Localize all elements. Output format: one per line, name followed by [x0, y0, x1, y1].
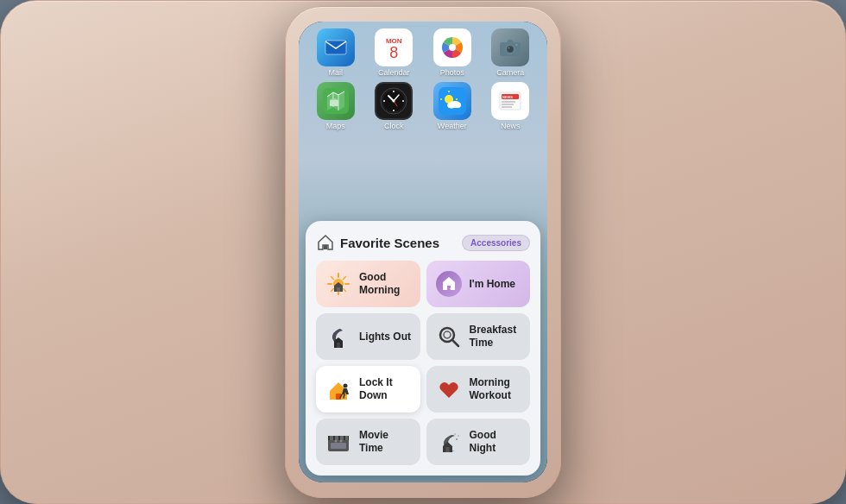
- home-header-icon: [316, 233, 335, 252]
- news-label: News: [501, 122, 521, 130]
- good-morning-label: Good Morning: [359, 271, 412, 297]
- svg-point-47: [447, 280, 451, 283]
- scene-tile-movie-time[interactable]: Movie Time: [316, 419, 420, 465]
- svg-rect-57: [330, 436, 333, 440]
- accessories-badge[interactable]: Accessories: [462, 235, 530, 251]
- weather-icon: [433, 82, 471, 120]
- scenes-card: Favorite Scenes Accessories: [306, 221, 540, 476]
- svg-rect-58: [335, 436, 338, 440]
- breakfast-icon: [435, 323, 463, 350]
- svg-line-45: [331, 289, 334, 292]
- camera-label: Camera: [496, 68, 524, 77]
- movie-time-label: Movie Time: [359, 429, 412, 455]
- svg-line-42: [331, 277, 334, 280]
- svg-rect-9: [330, 100, 338, 106]
- scenes-title: Favorite Scenes: [340, 236, 439, 250]
- svg-point-6: [508, 47, 510, 49]
- lights-out-icon: [325, 323, 352, 350]
- good-morning-icon: [325, 270, 352, 298]
- mail-label: Mail: [328, 68, 343, 77]
- camera-icon: [491, 28, 529, 66]
- clock-label: Clock: [384, 122, 404, 130]
- app-icon-news[interactable]: NEWS News: [484, 82, 538, 130]
- svg-point-19: [393, 100, 395, 103]
- mail-icon: [317, 28, 355, 66]
- phone-container: Mail MON 8 Calendar: [285, 6, 561, 498]
- svg-point-63: [340, 440, 343, 443]
- app-icon-photos[interactable]: Photos: [426, 28, 479, 77]
- svg-point-67: [454, 433, 455, 434]
- lock-it-down-icon: [325, 375, 352, 403]
- scenes-header: Favorite Scenes Accessories: [316, 233, 530, 252]
- movie-time-icon: [325, 428, 352, 456]
- calendar-label: Calendar: [378, 68, 410, 77]
- svg-point-2: [449, 44, 456, 51]
- svg-rect-7: [515, 44, 518, 46]
- app-icon-mail[interactable]: Mail: [309, 28, 363, 77]
- app-icon-clock[interactable]: Clock: [368, 82, 421, 130]
- im-home-icon: [435, 270, 463, 298]
- svg-rect-61: [331, 443, 346, 449]
- scene-tile-good-morning[interactable]: Good Morning: [316, 261, 420, 307]
- im-home-circle-bg: [436, 271, 462, 297]
- lock-it-down-label: Lock It Down: [359, 376, 412, 402]
- good-night-label: Good Night: [470, 429, 522, 455]
- svg-rect-59: [340, 436, 344, 440]
- scenes-grid: Good Morning: [316, 261, 530, 465]
- scene-tile-lights-out[interactable]: Lights Out: [316, 313, 420, 360]
- photos-label: Photos: [440, 68, 464, 77]
- svg-rect-36: [324, 245, 327, 249]
- app-icon-calendar[interactable]: MON 8 Calendar: [368, 28, 421, 77]
- app-icon-maps[interactable]: Maps: [309, 82, 363, 130]
- maps-icon: [317, 82, 355, 120]
- photos-icon: [433, 28, 471, 66]
- morning-workout-label: Morning Workout: [470, 376, 522, 402]
- svg-point-62: [335, 440, 338, 443]
- svg-line-43: [344, 289, 346, 292]
- app-icons-grid: Mail MON 8 Calendar: [306, 28, 540, 130]
- svg-point-65: [456, 438, 458, 440]
- svg-point-28: [454, 103, 461, 108]
- svg-rect-60: [345, 436, 348, 440]
- morning-workout-icon: [435, 375, 463, 403]
- svg-point-54: [344, 384, 348, 388]
- maps-label: Maps: [326, 122, 345, 130]
- calendar-icon: MON 8: [375, 28, 413, 66]
- scene-tile-im-home[interactable]: I'm Home: [426, 261, 531, 307]
- im-home-label: I'm Home: [470, 278, 516, 291]
- svg-point-66: [458, 435, 458, 436]
- scene-tile-lock-it-down[interactable]: Lock It Down: [316, 366, 420, 413]
- svg-line-44: [344, 277, 346, 280]
- breakfast-label: Breakfast Time: [470, 324, 522, 350]
- clock-icon-img: [375, 82, 413, 120]
- good-night-icon: [435, 428, 463, 456]
- scene-tile-breakfast-time[interactable]: Breakfast Time: [426, 313, 531, 360]
- app-icon-camera[interactable]: Camera: [484, 28, 538, 77]
- weather-label: Weather: [438, 122, 467, 130]
- scene-tile-good-night[interactable]: Good Night: [426, 419, 531, 465]
- news-icon: NEWS: [491, 82, 529, 120]
- phone-screen: Mail MON 8 Calendar: [299, 22, 547, 482]
- svg-rect-0: [325, 41, 346, 54]
- svg-text:NEWS: NEWS: [502, 95, 513, 99]
- svg-line-51: [452, 340, 458, 346]
- svg-rect-49: [337, 343, 340, 348]
- svg-rect-46: [337, 287, 340, 292]
- svg-point-52: [444, 331, 451, 338]
- svg-point-48: [450, 284, 452, 287]
- lights-out-label: Lights Out: [359, 331, 411, 343]
- svg-rect-64: [445, 447, 449, 452]
- app-icon-weather[interactable]: Weather: [426, 82, 479, 130]
- scene-tile-morning-workout[interactable]: Morning Workout: [426, 366, 531, 413]
- scenes-title-group: Favorite Scenes: [316, 233, 439, 252]
